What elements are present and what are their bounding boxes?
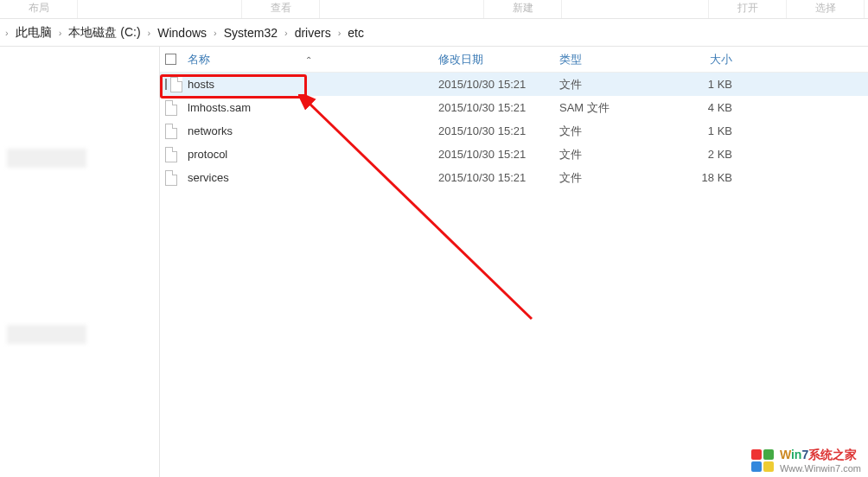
breadcrumb-item[interactable]: 此电脑 [9, 22, 59, 44]
sort-caret-icon: ⌃ [305, 55, 312, 65]
file-icon [165, 147, 177, 162]
select-all-checkbox[interactable] [165, 54, 188, 65]
ribbon-tab[interactable]: 选择 [787, 0, 865, 18]
ribbon-tab[interactable]: 布局 [0, 0, 78, 18]
watermark-title: Win7系统之家 [780, 448, 861, 463]
row-checkbox[interactable] [165, 147, 188, 162]
file-row[interactable]: protocol2015/10/30 15:21文件2 KB [160, 143, 868, 166]
navigation-pane[interactable] [0, 47, 160, 477]
ribbon-tab[interactable]: 查看 [242, 0, 320, 18]
file-type: 文件 [559, 124, 663, 139]
ribbon-spacer [562, 0, 709, 18]
ribbon-spacer [320, 0, 484, 18]
row-checkbox[interactable] [165, 77, 188, 92]
ribbon-tab[interactable]: 新建 [484, 0, 562, 18]
file-type: 文件 [559, 77, 663, 92]
ribbon-tab[interactable]: 打开 [709, 0, 787, 18]
file-name: services [188, 171, 438, 184]
file-row[interactable]: hosts2015/10/30 15:21文件1 KB [160, 73, 868, 96]
file-date: 2015/10/30 15:21 [438, 101, 559, 114]
file-size: 4 KB [663, 101, 758, 114]
row-checkbox[interactable] [165, 124, 188, 139]
file-icon [165, 170, 177, 186]
file-size: 18 KB [663, 171, 758, 184]
file-row[interactable]: lmhosts.sam2015/10/30 15:21SAM 文件4 KB [160, 96, 868, 119]
watermark: Win7系统之家 Www.Winwin7.com [750, 448, 861, 474]
file-name: networks [188, 124, 438, 137]
breadcrumb-item[interactable]: Windows [150, 22, 214, 43]
watermark-logo-icon [750, 448, 775, 473]
file-date: 2015/10/30 15:21 [438, 124, 559, 137]
breadcrumb-item[interactable]: etc [341, 22, 371, 43]
ribbon-spacer [78, 0, 242, 18]
file-date: 2015/10/30 15:21 [438, 171, 559, 184]
breadcrumb-item[interactable]: drivers [288, 22, 338, 43]
file-icon [165, 124, 177, 139]
row-checkbox[interactable] [165, 170, 188, 186]
breadcrumb[interactable]: › 此电脑 › 本地磁盘 (C:) › Windows › System32 ›… [0, 19, 868, 47]
file-size: 2 KB [663, 148, 758, 161]
file-date: 2015/10/30 15:21 [438, 148, 559, 161]
file-size: 1 KB [663, 78, 758, 91]
row-checkbox[interactable] [165, 100, 188, 116]
file-type: SAM 文件 [559, 100, 663, 116]
file-icon [170, 77, 182, 92]
column-header-size[interactable]: 大小 [663, 52, 758, 67]
file-date: 2015/10/30 15:21 [438, 78, 559, 91]
ribbon-tabs: 布局 查看 新建 打开 选择 [0, 0, 868, 19]
file-size: 1 KB [663, 124, 758, 137]
column-header-date[interactable]: 修改日期 [438, 52, 559, 67]
breadcrumb-item[interactable]: System32 [217, 22, 284, 43]
file-name: hosts [188, 78, 438, 91]
file-name: protocol [188, 148, 438, 161]
watermark-url: Www.Winwin7.com [780, 463, 861, 474]
file-name: lmhosts.sam [188, 101, 438, 114]
column-headers[interactable]: 名称⌃ 修改日期 类型 大小 [160, 47, 868, 73]
file-list-pane: 名称⌃ 修改日期 类型 大小 hosts2015/10/30 15:21文件1 … [160, 47, 868, 477]
column-header-name[interactable]: 名称⌃ [188, 52, 438, 67]
file-type: 文件 [559, 147, 663, 162]
file-icon [165, 100, 177, 116]
column-header-type[interactable]: 类型 [559, 52, 663, 67]
file-row[interactable]: networks2015/10/30 15:21文件1 KB [160, 119, 868, 143]
breadcrumb-item[interactable]: 本地磁盘 (C:) [61, 22, 147, 44]
file-row[interactable]: services2015/10/30 15:21文件18 KB [160, 166, 868, 189]
file-type: 文件 [559, 170, 663, 186]
